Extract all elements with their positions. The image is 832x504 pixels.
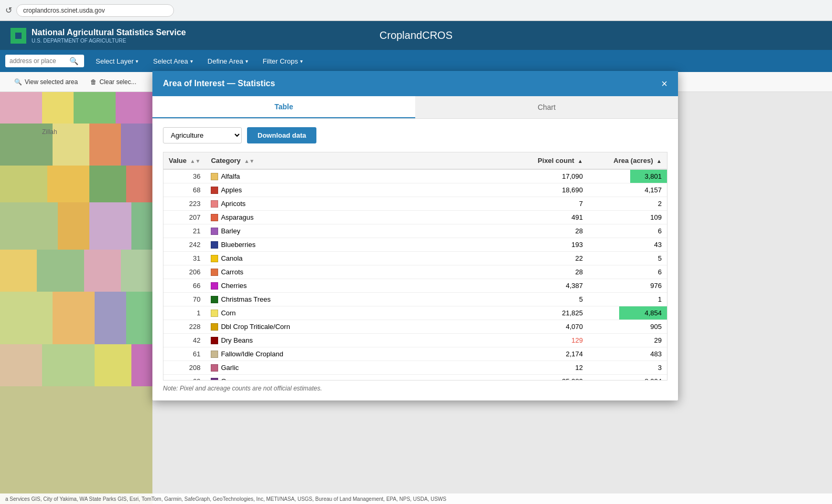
color-swatch [211, 337, 218, 344]
table-row: 61 Fallow/Idle Cropland 2,174 483 [163, 347, 667, 361]
svg-rect-10 [47, 166, 89, 202]
cell-value: 70 [163, 293, 206, 306]
svg-rect-20 [121, 250, 152, 292]
cell-value: 223 [163, 197, 206, 211]
col-header-acres[interactable]: Area (acres) ▲ [588, 152, 667, 169]
cell-pixel: 12 [520, 361, 588, 375]
modal-header: Area of Interest — Statistics × [152, 71, 678, 96]
cell-pixel: 35,989 [520, 375, 588, 381]
cell-category: Apricots [206, 197, 520, 211]
modal-title: Area of Interest — Statistics [163, 79, 275, 88]
cell-category: Canola [206, 252, 520, 265]
cell-category: Grapes [206, 375, 520, 381]
col-header-category[interactable]: Category ▲▼ [206, 152, 520, 169]
acres-value: 5 [658, 254, 662, 262]
cell-pixel: 18,690 [520, 183, 588, 197]
chevron-down-icon: ▾ [136, 58, 138, 64]
table-row: 242 Blueberries 193 43 [163, 238, 667, 252]
category-label: Carrots [221, 268, 243, 276]
cell-pixel: 28 [520, 265, 588, 279]
cell-value: 208 [163, 361, 206, 375]
svg-rect-3 [74, 92, 116, 124]
svg-rect-8 [121, 124, 152, 166]
cell-pixel: 22 [520, 252, 588, 265]
color-swatch [211, 310, 218, 317]
svg-rect-23 [95, 292, 126, 344]
cell-pixel: 193 [520, 238, 588, 252]
cell-value: 68 [163, 183, 206, 197]
table-row: 223 Apricots 7 2 [163, 197, 667, 211]
cell-category: Blueberries [206, 238, 520, 252]
cell-acres: 6 [588, 265, 667, 279]
clear-selected-button[interactable]: 🗑 Clear selec... [84, 78, 142, 86]
col-header-pixel[interactable]: Pixel count ▲ [520, 152, 588, 169]
nav-select-area[interactable]: Select Area ▾ [146, 50, 200, 72]
logo-icon [11, 28, 26, 44]
svg-rect-11 [89, 166, 126, 202]
acres-value: 483 [650, 350, 662, 358]
cell-value: 69 [163, 375, 206, 381]
color-swatch [211, 187, 218, 194]
address-bar[interactable]: croplandcros.scinet.usda.gov [16, 4, 174, 17]
category-label: Barley [221, 227, 240, 235]
category-label: Cherries [221, 282, 246, 290]
color-swatch [211, 228, 218, 235]
table-row: 207 Asparagus 491 109 [163, 211, 667, 224]
cell-category: Dbl Crop Triticale/Corn [206, 320, 520, 334]
acres-value: 109 [650, 213, 662, 221]
map-area: Zillah [0, 92, 152, 504]
sort-icon-category: ▲▼ [244, 158, 254, 164]
refresh-icon[interactable]: ↺ [5, 5, 12, 15]
cell-pixel: 7 [520, 197, 588, 211]
svg-rect-25 [0, 344, 42, 386]
trash-icon: 🗑 [90, 78, 97, 86]
nav-select-layer[interactable]: Select Layer ▾ [88, 50, 146, 72]
search-wrap[interactable]: 🔍 [5, 55, 84, 67]
svg-rect-17 [0, 250, 37, 292]
color-swatch [211, 255, 218, 262]
col-header-value[interactable]: Value ▲▼ [163, 152, 206, 169]
svg-rect-7 [89, 124, 121, 166]
cell-pixel: 17,090 [520, 169, 588, 183]
nav-filter-crops[interactable]: Filter Crops ▾ [255, 50, 310, 72]
acres-value: 2 [658, 200, 662, 208]
cell-value: 61 [163, 347, 206, 361]
svg-rect-4 [116, 92, 152, 124]
color-swatch [211, 364, 218, 372]
sort-icon-acres: ▲ [656, 158, 662, 164]
acres-value: 4,157 [644, 186, 662, 194]
view-selected-button[interactable]: 🔍 View selected area [8, 78, 84, 86]
cell-category: Barley [206, 224, 520, 238]
modal-close-button[interactable]: × [661, 78, 667, 89]
cell-category: Alfalfa [206, 169, 520, 183]
svg-rect-18 [37, 250, 84, 292]
color-swatch [211, 323, 218, 331]
cell-category: Cherries [206, 279, 520, 293]
cell-pixel: 129 [520, 334, 588, 347]
category-select[interactable]: Agriculture Land Cover Other [163, 127, 242, 143]
svg-rect-26 [42, 344, 95, 386]
browser-chrome: ↺ croplandcros.scinet.usda.gov [0, 0, 832, 21]
search-input[interactable] [9, 57, 67, 65]
download-button[interactable]: Download data [247, 127, 316, 143]
table-scroll[interactable]: Value ▲▼ Category ▲▼ Pixel count ▲ Are [163, 152, 667, 380]
table-row: 66 Cherries 4,387 976 [163, 279, 667, 293]
category-label: Corn [221, 309, 235, 317]
svg-rect-1 [0, 92, 42, 124]
cell-value: 206 [163, 265, 206, 279]
acres-value: 29 [654, 336, 662, 344]
svg-rect-9 [0, 166, 47, 202]
cell-pixel: 4,387 [520, 279, 588, 293]
svg-rect-6 [53, 124, 89, 166]
svg-rect-29 [0, 386, 152, 504]
tab-table[interactable]: Table [152, 96, 415, 118]
category-label: Dbl Crop Triticale/Corn [221, 323, 290, 331]
sort-icon-pixel: ▲ [578, 158, 583, 164]
cell-category: Asparagus [206, 211, 520, 224]
color-swatch [211, 378, 218, 381]
cell-acres: 4,854 [588, 306, 667, 320]
app-header: National Agricultural Statistics Service… [0, 21, 832, 50]
chevron-down-icon: ▾ [300, 58, 303, 64]
nav-define-area[interactable]: Define Area ▾ [200, 50, 255, 72]
tab-chart[interactable]: Chart [415, 96, 678, 118]
